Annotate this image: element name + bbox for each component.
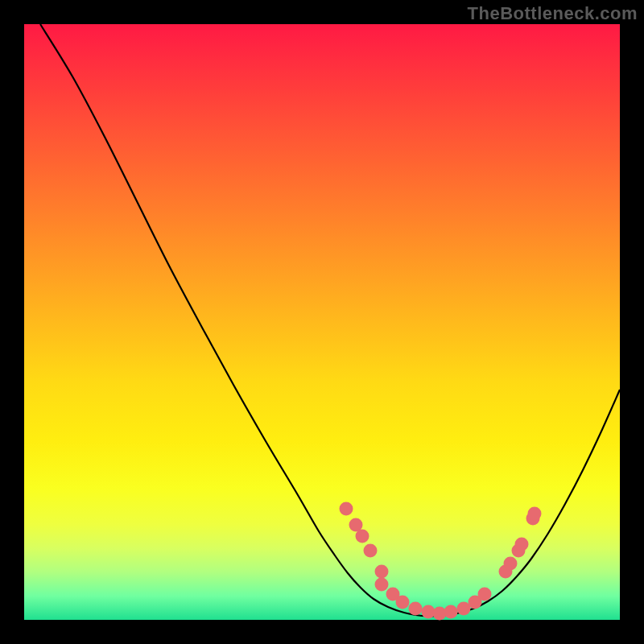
data-dot (444, 605, 458, 619)
data-dot (364, 544, 378, 558)
data-dot (528, 507, 542, 521)
data-dot (356, 530, 369, 543)
data-dot (375, 578, 389, 592)
data-dot (515, 538, 529, 551)
data-dot (504, 557, 518, 571)
bottleneck-curve (40, 24, 620, 616)
data-dot (409, 602, 423, 616)
chart-container: TheBottleneck.com (0, 0, 644, 644)
data-dots (340, 502, 542, 621)
data-dot (396, 596, 410, 609)
data-dot (478, 588, 492, 601)
watermark-text: TheBottleneck.com (468, 3, 638, 24)
data-dot (340, 502, 353, 516)
plot-area (24, 24, 620, 620)
data-dot (375, 565, 389, 579)
chart-svg (24, 24, 620, 620)
